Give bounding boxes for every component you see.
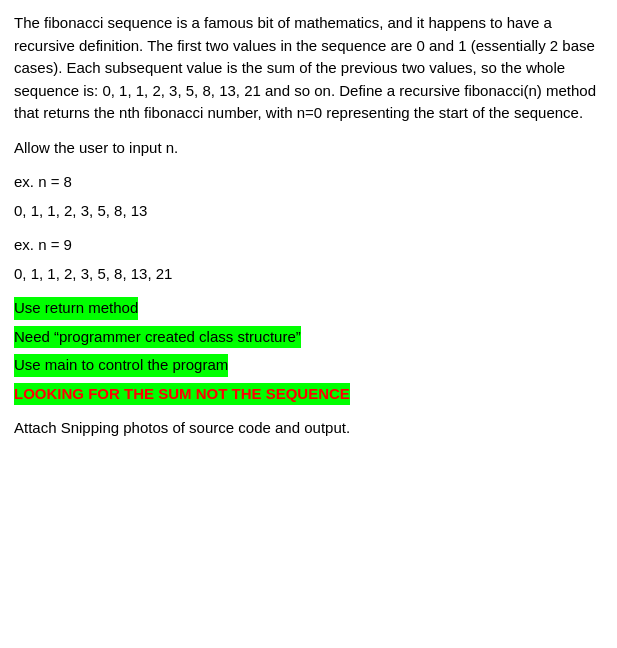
description-paragraph: The fibonacci sequence is a famous bit o… <box>14 12 603 125</box>
note3-line: Use main to control the program <box>14 354 603 377</box>
main-content: The fibonacci sequence is a famous bit o… <box>14 12 603 440</box>
attach-line: Attach Snipping photos of source code an… <box>14 417 603 440</box>
example2-sequence: 0, 1, 1, 2, 3, 5, 8, 13, 21 <box>14 263 603 286</box>
note1-text: Use return method <box>14 297 138 320</box>
allow-input-line: Allow the user to input n. <box>14 137 603 160</box>
example1-sequence: 0, 1, 1, 2, 3, 5, 8, 13 <box>14 200 603 223</box>
example2-label: ex. n = 9 <box>14 234 603 257</box>
example1-label: ex. n = 8 <box>14 171 603 194</box>
note4-text: LOOKING FOR THE SUM NOT THE SEQUENCE <box>14 383 350 406</box>
note1-line: Use return method <box>14 297 603 320</box>
note4-line: LOOKING FOR THE SUM NOT THE SEQUENCE <box>14 383 603 406</box>
note3-text: Use main to control the program <box>14 354 228 377</box>
note2-text: Need “programmer created class structure… <box>14 326 301 349</box>
note2-line: Need “programmer created class structure… <box>14 326 603 349</box>
